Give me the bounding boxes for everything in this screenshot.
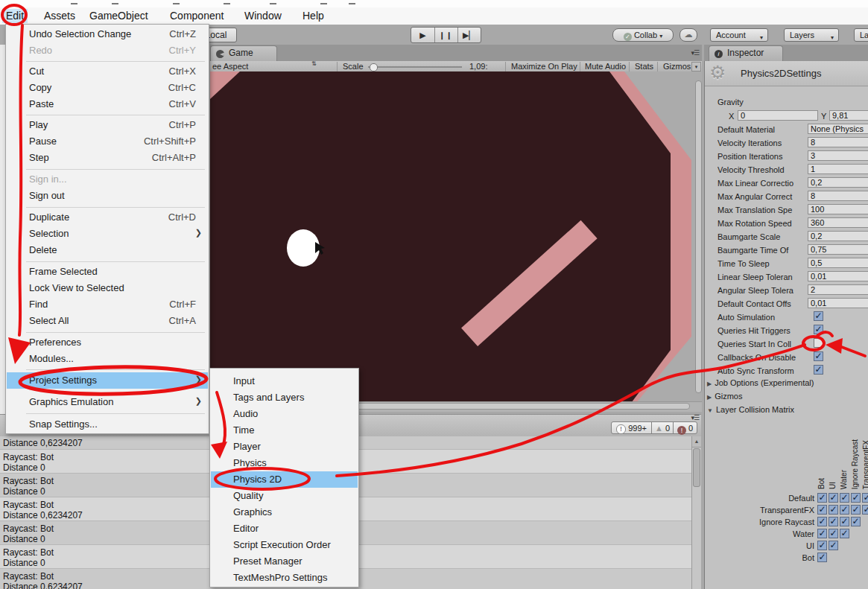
value-field[interactable]: 360 [808,217,868,228]
value-field[interactable]: 8 [808,137,868,147]
submenu-item-audio[interactable]: Audio [211,406,358,422]
matrix-checkbox[interactable]: ✓ [817,541,827,550]
menu-item-preferences[interactable]: Preferences [7,334,208,351]
value-field[interactable]: 3 [808,150,868,161]
game-vertical-scrollbar[interactable] [695,80,702,393]
value-field[interactable]: 0,5 [808,258,868,268]
gizmos-button[interactable]: Gizmos [663,62,691,71]
matrix-checkbox[interactable]: ✓ [840,493,849,503]
menu-item-pause[interactable]: PauseCtrl+Shift+P [7,133,208,150]
menubar-item-edit[interactable]: Edit [2,9,28,23]
matrix-checkbox[interactable]: ✓ [829,529,838,538]
matrix-checkbox[interactable]: ✓ [851,505,861,515]
submenu-item-preset-manager[interactable]: Preset Manager [211,553,358,570]
stats-button[interactable]: Stats [635,62,653,71]
menu-item-lock-view-to-selected[interactable]: Lock View to Selected [7,280,208,296]
matrix-checkbox[interactable]: ✓ [817,553,827,562]
submenu-item-input[interactable]: Input [211,373,358,389]
value-field[interactable]: 100 [808,204,868,214]
menu-item-paste[interactable]: PasteCtrl+V [7,96,208,112]
matrix-checkbox[interactable]: ✓ [862,493,868,503]
submenu-item-physics-2d[interactable]: Physics 2D [211,471,358,488]
menubar-item-assets[interactable]: Assets [40,9,79,23]
layout-dropdown[interactable]: Lay [854,28,868,42]
menu-item-undo-selection-change[interactable]: Undo Selection ChangeCtrl+Z [7,26,208,42]
console-scrollbar[interactable]: ▲ [691,436,701,589]
menu-item-graphics-emulation[interactable]: Graphics Emulation❯ [7,394,208,410]
matrix-checkbox[interactable]: ✓ [817,529,827,538]
submenu-item-editor[interactable]: Editor [211,520,358,537]
aspect-stepper-icon[interactable]: ⇅ [311,60,317,67]
cloud-button[interactable]: ☁ [679,28,697,42]
submenu-item-graphics[interactable]: Graphics [211,504,358,520]
account-dropdown[interactable]: Account ▾ [710,28,768,42]
toggle-checkbox-queries-start-in-coll[interactable] [814,338,823,348]
value-field[interactable]: 0,2 [808,177,868,188]
tab-game[interactable]: Game [210,45,277,61]
console-error-badge[interactable]: ! 0 [673,421,697,434]
tab-inspector[interactable]: i Inspector [709,45,783,61]
aspect-dropdown[interactable]: ee Aspect [212,62,248,71]
matrix-checkbox[interactable]: ✓ [829,541,838,550]
layers-dropdown[interactable]: Layers ▾ [784,28,839,42]
menu-item-duplicate[interactable]: DuplicateCtrl+D [7,209,208,226]
submenu-item-time[interactable]: Time [211,422,358,439]
console-menu-icon[interactable]: ▾☰ [691,414,699,421]
menu-item-copy[interactable]: CopyCtrl+C [7,80,208,96]
foldout-job-options-experimental-[interactable]: ▶Job Options (Experimental) [707,378,814,387]
menu-item-redo[interactable]: RedoCtrl+Y [7,42,208,59]
matrix-checkbox[interactable]: ✓ [851,493,861,503]
matrix-checkbox[interactable]: ✓ [817,505,827,515]
toggle-checkbox-callbacks-on-disable[interactable]: ✓ [814,351,823,361]
value-field[interactable]: 0,01 [808,298,868,308]
step-button[interactable]: ▶▏ [457,28,481,42]
menu-item-sign-in-[interactable]: Sign in... [7,171,208,188]
gizmos-caret-icon[interactable]: ▾ [691,62,701,71]
menu-item-select-all[interactable]: Select AllCtrl+A [7,313,208,329]
menu-item-play[interactable]: PlayCtrl+P [7,117,208,133]
console-warning-badge[interactable]: ▲ 0 [651,421,674,434]
menu-item-project-settings[interactable]: Project Settings❯ [7,372,208,389]
collab-button[interactable]: ✓ Collab ▾ [612,28,674,42]
menu-item-delete[interactable]: Delete [7,242,208,258]
value-field[interactable]: 0,01 [808,271,868,281]
menu-item-selection[interactable]: Selection❯ [7,226,208,242]
value-field[interactable]: 2 [808,284,868,295]
scroll-up-arrow-icon[interactable]: ▲ [692,436,701,448]
menubar-item-window[interactable]: Window [241,9,285,23]
toggle-checkbox-auto-simulation[interactable]: ✓ [814,311,823,321]
foldout-gizmos[interactable]: ▶Gizmos [707,392,742,401]
toggle-checkbox-queries-hit-triggers[interactable]: ✓ [814,325,823,334]
menu-item-frame-selected[interactable]: Frame Selected [7,264,208,280]
value-field[interactable]: 0,75 [808,244,868,255]
value-field[interactable]: 1 [808,164,868,174]
foldout-layer-collision-matrix[interactable]: ▼Layer Collision Matrix [707,405,794,414]
mute-audio-button[interactable]: Mute Audio [585,62,626,71]
matrix-checkbox[interactable]: ✓ [840,505,849,515]
submenu-item-tags-and-layers[interactable]: Tags and Layers [211,389,358,406]
submenu-item-textmeshpro-settings[interactable]: TextMeshPro Settings [211,570,358,586]
menubar-item-gameobject[interactable]: GameObject [86,9,152,23]
menu-item-snap-settings-[interactable]: Snap Settings... [7,416,208,433]
matrix-checkbox[interactable]: ✓ [817,493,827,503]
menu-item-step[interactable]: StepCtrl+Alt+P [7,150,208,166]
matrix-checkbox[interactable]: ✓ [829,505,838,515]
matrix-checkbox[interactable]: ✓ [840,517,849,526]
matrix-checkbox[interactable]: ✓ [862,505,868,515]
menu-item-find[interactable]: FindCtrl+F [7,296,208,313]
game-viewport[interactable] [210,71,702,401]
gravity-y-field[interactable]: 9,81 [829,110,868,121]
scale-slider-track[interactable] [368,66,462,68]
menu-item-sign-out[interactable]: Sign out [7,188,208,204]
toggle-checkbox-auto-sync-transform[interactable]: ✓ [814,365,823,375]
menubar-item-component[interactable]: Component [166,9,227,23]
gravity-x-field[interactable]: 0 [738,110,818,121]
console-info-badge[interactable]: ! 999+ [611,421,652,434]
matrix-checkbox[interactable]: ✓ [829,493,838,503]
submenu-item-physics[interactable]: Physics [211,455,358,471]
matrix-checkbox[interactable]: ✓ [851,517,861,526]
menu-item-cut[interactable]: CutCtrl+X [7,63,208,80]
maximize-on-play-button[interactable]: Maximize On Play [511,62,577,71]
matrix-checkbox[interactable]: ✓ [840,529,849,538]
scale-slider-thumb[interactable] [370,63,378,71]
